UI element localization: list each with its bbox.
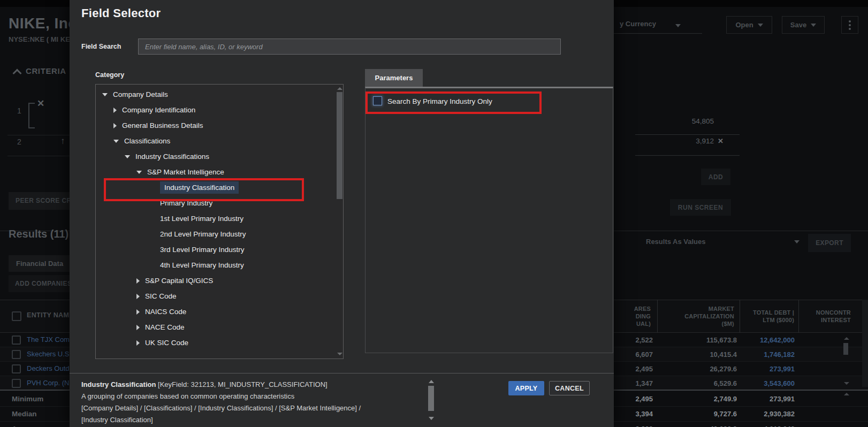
- tree-item[interactable]: 2nd Level Primary Industry: [96, 226, 343, 241]
- market-capitalization-column-header[interactable]: MARKET CAPITALIZATION ($M): [663, 305, 734, 327]
- tree-item[interactable]: Industry Classifications: [96, 148, 343, 164]
- chevron-down-icon[interactable]: [794, 240, 800, 243]
- chevron-down-icon: [125, 155, 130, 158]
- scroll-up-icon[interactable]: [844, 393, 849, 395]
- field-description-path: [Company Details] / [Classifications] / …: [81, 402, 418, 414]
- field-description-title-line: Industry Classification [KeyField: 32121…: [81, 379, 418, 391]
- entity-link[interactable]: PVH Corp. (NY: [27, 379, 70, 387]
- chevron-right-icon: [113, 108, 117, 113]
- tree-item[interactable]: S&P Capital IQ/GICS: [96, 272, 343, 288]
- summary-label: Average: [12, 425, 40, 427]
- cell-shares: 2,522: [614, 336, 653, 344]
- scroll-up-icon[interactable]: [844, 337, 849, 340]
- save-button[interactable]: Save: [782, 16, 825, 34]
- scroll-up-icon[interactable]: [429, 380, 434, 383]
- field-description-summary: A grouping of companies based on common …: [81, 391, 418, 402]
- category-tree: Company Details Company Identification G…: [95, 84, 344, 359]
- table-scrollbar-thumb[interactable]: [843, 343, 848, 355]
- company-ticker: NYSE:NKE ( MI KE: [9, 35, 70, 43]
- run-screen-button[interactable]: RUN SCREEN: [670, 199, 731, 216]
- cell-total-debt[interactable]: 1,746,182: [728, 350, 795, 359]
- scroll-down-icon[interactable]: [337, 353, 342, 355]
- field-description-path: [Industry Classification]: [81, 414, 418, 426]
- entity-link[interactable]: The TJX Comp: [27, 336, 70, 344]
- tree-item[interactable]: 4th Level Primary Industry: [96, 257, 343, 272]
- remove-criteria-icon[interactable]: ✕: [718, 137, 724, 145]
- close-icon[interactable]: ✕: [37, 98, 44, 109]
- field-search-input[interactable]: [138, 39, 561, 55]
- currency-dropdown-label[interactable]: y Currency: [620, 20, 656, 28]
- window-scrollbar[interactable]: [862, 300, 868, 387]
- tree-item[interactable]: Company Details: [96, 86, 343, 102]
- noncontrolling-interest-column-header[interactable]: NONCONTR INTEREST: [803, 309, 851, 324]
- currency-dropdown-underline: [599, 33, 702, 34]
- tree-item[interactable]: General Business Details: [96, 117, 343, 133]
- chevron-down-icon[interactable]: [675, 24, 681, 27]
- tree-item[interactable]: NACE Code: [96, 319, 343, 334]
- move-up-icon[interactable]: ↑: [60, 136, 65, 147]
- apply-button[interactable]: APPLY: [508, 381, 544, 395]
- total-debt-column-header[interactable]: TOTAL DEBT | LTM ($000): [744, 309, 794, 324]
- results-view-mode-dropdown[interactable]: Results As Values: [646, 238, 706, 246]
- cancel-button[interactable]: CANCEL: [549, 381, 590, 395]
- description-scrollbar-thumb[interactable]: [428, 386, 434, 411]
- tree-item[interactable]: Classifications: [96, 133, 343, 148]
- criteria-section-header[interactable]: CRITERIA: [26, 66, 66, 75]
- save-button-label: Save: [790, 21, 806, 29]
- cell-shares: 2,495: [614, 365, 653, 373]
- dialog-title: Field Selector: [81, 6, 161, 20]
- open-button[interactable]: Open: [726, 16, 772, 34]
- chevron-up-icon[interactable]: [13, 69, 22, 78]
- divider: [635, 155, 740, 156]
- criteria-row-number: 2: [17, 138, 21, 146]
- row-checkbox[interactable]: [12, 350, 21, 359]
- kebab-icon: [849, 20, 851, 22]
- tree-item[interactable]: NAICS Code: [96, 303, 343, 319]
- chevron-down-icon: [113, 140, 119, 143]
- row-checkbox[interactable]: [12, 379, 21, 388]
- chevron-right-icon: [136, 294, 140, 299]
- more-options-button[interactable]: [841, 16, 858, 34]
- chevron-down-icon: [811, 24, 816, 27]
- cell-market-cap: 26,279.6: [669, 365, 737, 373]
- row-checkbox[interactable]: [12, 364, 21, 373]
- chevron-right-icon: [136, 340, 140, 346]
- tab-parameters[interactable]: Parameters: [365, 69, 423, 87]
- entity-name-column-header[interactable]: ENTITY NAME: [27, 311, 74, 319]
- tree-scrollbar-thumb[interactable]: [337, 92, 342, 199]
- tree-item[interactable]: S&P Market Intelligence: [96, 164, 343, 179]
- tree-item[interactable]: 3rd Level Primary Industry: [96, 241, 343, 257]
- entity-link[interactable]: Skechers U.S.: [27, 350, 70, 358]
- cell-market-cap: 6,529.6: [669, 379, 737, 387]
- scroll-down-icon[interactable]: [429, 417, 434, 420]
- export-button[interactable]: EXPORT: [808, 234, 851, 252]
- category-label: Category: [95, 71, 124, 79]
- cell-shares: 1,347: [614, 379, 653, 387]
- tree-item[interactable]: 1st Level Primary Industry: [96, 210, 343, 226]
- cell-total-debt[interactable]: 273,991: [728, 365, 795, 373]
- cell-total-debt[interactable]: 12,642,000: [728, 336, 795, 344]
- tree-item[interactable]: Company Identification: [96, 102, 343, 117]
- results-count-title: Results (11): [9, 228, 68, 240]
- parameters-panel: Search By Primary Industry Only: [365, 87, 613, 353]
- chevron-right-icon: [113, 123, 117, 128]
- criteria-row-number: 1: [17, 106, 21, 115]
- cell-market-cap: 115,673.8: [669, 336, 737, 344]
- scroll-down-icon[interactable]: [844, 382, 849, 385]
- add-button[interactable]: ADD: [701, 169, 730, 185]
- field-description: Industry Classification [KeyField: 32121…: [81, 379, 418, 426]
- select-all-checkbox[interactable]: [12, 311, 21, 321]
- entity-link[interactable]: Deckers Outd: [27, 364, 70, 372]
- matches-count: 3,912: [664, 137, 714, 145]
- shares-outstanding-column-header[interactable]: ARES DING UAL): [615, 305, 651, 327]
- field-search-label: Field Search: [81, 43, 121, 50]
- criteria-group-bracket: [28, 103, 35, 128]
- scroll-up-icon[interactable]: [337, 87, 342, 90]
- cell-total-debt[interactable]: 3,543,600: [728, 379, 795, 387]
- tree-item[interactable]: SIC Code: [96, 288, 343, 303]
- tree-item[interactable]: UK SIC Code: [96, 334, 343, 350]
- row-checkbox[interactable]: [12, 336, 21, 345]
- annotation-box-primary-industry-checkbox: [366, 92, 542, 114]
- summary-label: Median: [12, 410, 37, 418]
- app-root: NIKE, Inc. NYSE:NKE ( MI KE CRITERIA 1 ✕…: [0, 0, 868, 427]
